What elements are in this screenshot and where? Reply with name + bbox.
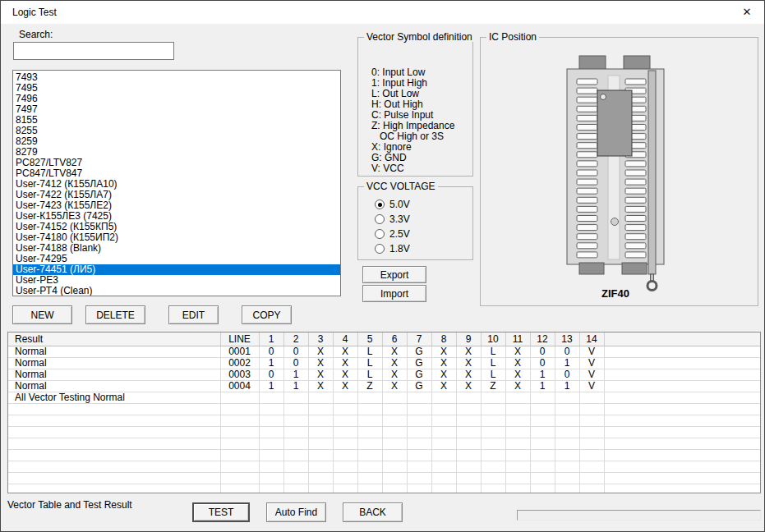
- pin-cell: Z: [357, 380, 382, 392]
- footer-label: Vector Table and Test Result: [7, 499, 132, 511]
- pin-cell: X: [505, 357, 530, 369]
- list-item[interactable]: 7496: [13, 94, 340, 104]
- column-header[interactable]: 11: [505, 332, 530, 346]
- pin-cell: 0: [259, 369, 283, 380]
- column-header[interactable]: 2: [283, 332, 308, 346]
- pin-cell: X: [382, 380, 407, 392]
- import-button[interactable]: Import: [362, 285, 426, 302]
- auto-find-button[interactable]: Auto Find: [266, 502, 326, 522]
- pin-cell: X: [456, 357, 481, 369]
- vector-symbol-group: Vector Symbol definition 0: Input Low1: …: [357, 37, 473, 177]
- table-row[interactable]: Normal000100XXLXGXXLX00V: [8, 346, 760, 357]
- pin-cell: 0: [530, 346, 555, 357]
- logic-test-window: Logic Test ✕ Search: 7493749574967497815…: [0, 0, 765, 532]
- pin-cell: X: [308, 346, 333, 357]
- pin-cell: X: [431, 357, 456, 369]
- list-item[interactable]: 8259: [13, 136, 340, 147]
- empty-row: [8, 426, 760, 438]
- column-header[interactable]: Result: [8, 332, 220, 346]
- empty-row: [8, 449, 760, 461]
- pin-cell: X: [333, 380, 357, 392]
- summary-row[interactable]: All Vector Testing Normal: [8, 392, 760, 403]
- column-header[interactable]: 5: [357, 332, 382, 346]
- pin-cell: L: [357, 346, 382, 357]
- column-header[interactable]: 1: [259, 332, 283, 346]
- column-header[interactable]: 4: [333, 332, 357, 346]
- table-row[interactable]: Normal000301XXLXGXXLX10V: [8, 369, 760, 380]
- vcc-radio-3.3V[interactable]: 3.3V: [375, 212, 410, 227]
- radio-icon: [375, 244, 385, 254]
- pin-cell: 1: [283, 369, 308, 380]
- radio-label: 5.0V: [389, 199, 410, 210]
- line-cell: 0002: [220, 357, 259, 369]
- vcc-radio-2.5V[interactable]: 2.5V: [375, 227, 410, 241]
- column-header[interactable]: LINE: [220, 332, 259, 346]
- vector-symbol-group-title: Vector Symbol definition: [364, 32, 475, 42]
- copy-button[interactable]: COPY: [242, 305, 292, 324]
- new-button[interactable]: NEW: [12, 305, 72, 324]
- pin-cell: 0: [555, 346, 579, 357]
- progress-bar: [517, 510, 761, 521]
- delete-button[interactable]: DELETE: [85, 305, 145, 324]
- list-item[interactable]: 7497: [13, 104, 340, 115]
- chip-list[interactable]: 74937495749674978155825582598279PC827/LT…: [12, 70, 341, 296]
- list-item[interactable]: 8155: [13, 115, 340, 126]
- column-header[interactable]: 12: [530, 332, 555, 346]
- test-button[interactable]: TEST: [192, 502, 250, 522]
- pin-cell: G: [407, 346, 431, 357]
- pin-cell: G: [407, 380, 431, 392]
- table-row[interactable]: Normal000411XXZXGXXZX11V: [8, 380, 760, 392]
- pin-cell: X: [382, 346, 407, 357]
- empty-row: [8, 461, 760, 472]
- pin-cell: G: [407, 369, 431, 380]
- result-cell: Normal: [8, 346, 220, 357]
- pin-cell: L: [481, 357, 505, 369]
- search-input[interactable]: [13, 42, 174, 60]
- radio-label: 1.8V: [389, 243, 410, 255]
- pin-cell: X: [382, 357, 407, 369]
- column-header[interactable]: 6: [382, 332, 407, 346]
- table-header-row: ResultLINE1234567891011121314: [8, 332, 760, 346]
- column-header[interactable]: 10: [481, 332, 505, 346]
- column-header[interactable]: 3: [308, 332, 333, 346]
- table-row[interactable]: Normal000210XXLXGXXLX01V: [8, 357, 760, 369]
- pin-cell: V: [579, 357, 604, 369]
- empty-row: [8, 472, 760, 484]
- line-cell: 0003: [220, 369, 259, 380]
- vcc-radio-group: 5.0V3.3V2.5V1.8V: [375, 197, 410, 256]
- column-header[interactable]: 13: [555, 332, 579, 346]
- list-item[interactable]: 8255: [13, 126, 340, 136]
- pin-cell: 0: [283, 346, 308, 357]
- column-header[interactable]: 14: [579, 332, 604, 346]
- column-header[interactable]: 8: [431, 332, 456, 346]
- pin-cell: X: [505, 380, 530, 392]
- vcc-radio-1.8V[interactable]: 1.8V: [375, 241, 410, 256]
- pin-cell: 0: [283, 357, 308, 369]
- back-button[interactable]: BACK: [343, 502, 403, 522]
- list-item-selected[interactable]: User-74451 (ЛИ5): [13, 264, 340, 275]
- vector-symbol-line: V: VCC: [371, 163, 454, 174]
- vcc-radio-5.0V[interactable]: 5.0V: [375, 197, 410, 212]
- pin-cell: 0: [555, 369, 579, 380]
- pin-cell: V: [579, 369, 604, 380]
- empty-row: [8, 438, 760, 449]
- export-button[interactable]: Export: [362, 266, 426, 283]
- edit-button[interactable]: EDIT: [168, 305, 219, 324]
- column-header[interactable]: 7: [407, 332, 431, 346]
- pin-cell: V: [579, 346, 604, 357]
- pin-cell: L: [357, 369, 382, 380]
- radio-icon: [375, 214, 385, 224]
- titlebar: Logic Test ✕: [1, 1, 764, 24]
- radio-label: 2.5V: [389, 228, 410, 240]
- column-header[interactable]: 9: [456, 332, 481, 346]
- list-item[interactable]: 7495: [13, 83, 340, 94]
- vector-result-table[interactable]: ResultLINE1234567891011121314Normal00010…: [7, 332, 761, 493]
- vector-symbol-lines: 0: Input Low1: Input HighL: Out LowH: Ou…: [371, 67, 454, 174]
- pin-cell: L: [481, 346, 505, 357]
- pin-cell: 1: [283, 380, 308, 392]
- vcc-voltage-group-title: VCC VOLTAGE: [364, 181, 438, 191]
- list-item[interactable]: User-РТ4 (Clean): [13, 286, 340, 296]
- list-item[interactable]: 7493: [13, 72, 340, 83]
- close-icon[interactable]: ✕: [735, 3, 759, 21]
- column-header-filler: [604, 332, 760, 346]
